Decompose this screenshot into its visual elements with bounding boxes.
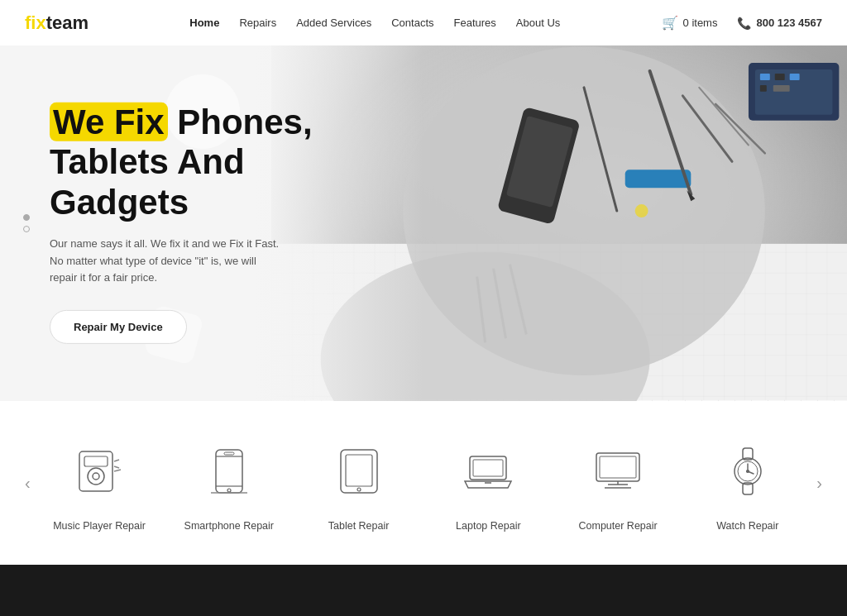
logo-fix: fix xyxy=(25,12,46,33)
music-player-icon-wrap xyxy=(62,434,136,509)
watch-icon-wrap xyxy=(711,434,785,509)
hero-description: Our name says it all. We fix it and we F… xyxy=(50,236,281,287)
hero-section: We Fix Phones, Tablets And Gadgets Our n… xyxy=(0,45,847,401)
svg-point-26 xyxy=(93,473,99,480)
svg-rect-19 xyxy=(789,74,799,80)
service-item-music-player[interactable]: Music Player Repair xyxy=(45,434,153,532)
services-section: ‹ Music Player Repair xyxy=(0,401,847,565)
header-right: 🛒 0 items 📞 800 123 4567 xyxy=(662,15,822,31)
service-item-smartphone[interactable]: Smartphone Repair xyxy=(175,434,283,532)
svg-point-25 xyxy=(88,468,104,485)
svg-point-3 xyxy=(403,46,765,375)
computer-icon xyxy=(591,445,644,498)
watch-icon xyxy=(721,445,774,498)
tablet-icon xyxy=(333,445,385,498)
svg-rect-18 xyxy=(774,74,784,80)
service-item-watch[interactable]: Watch Repair xyxy=(694,434,802,532)
hero-title: We Fix Phones, Tablets And Gadgets xyxy=(50,103,313,222)
laptop-icon xyxy=(462,445,514,498)
svg-rect-7 xyxy=(624,170,691,188)
phone-icon: 📞 xyxy=(737,17,751,30)
svg-rect-35 xyxy=(224,452,234,455)
hero-title-line2: Tablets And xyxy=(50,142,245,181)
nav-contacts[interactable]: Contacts xyxy=(391,17,433,29)
svg-rect-38 xyxy=(346,455,372,486)
svg-rect-17 xyxy=(760,74,770,80)
slide-indicator xyxy=(23,214,30,232)
hero-content: We Fix Phones, Tablets And Gadgets Our n… xyxy=(50,103,313,344)
nav-added-services[interactable]: Added Services xyxy=(296,17,371,29)
nav-home[interactable]: Home xyxy=(189,17,219,29)
svg-rect-43 xyxy=(596,453,639,481)
smartphone-label: Smartphone Repair xyxy=(184,520,274,532)
logo-team: team xyxy=(46,12,89,33)
laptop-label: Laptop Repair xyxy=(456,520,521,532)
service-item-laptop[interactable]: Laptop Repair xyxy=(434,434,542,532)
svg-point-34 xyxy=(227,489,231,492)
phone-number: 800 123 4567 xyxy=(756,17,822,29)
slide-dot-2[interactable] xyxy=(23,226,30,232)
svg-line-30 xyxy=(114,470,121,471)
smartphone-icon xyxy=(203,445,256,498)
main-nav: Home Repairs Added Services Contacts Fea… xyxy=(189,17,560,29)
svg-point-54 xyxy=(746,470,749,473)
service-item-tablet[interactable]: Tablet Repair xyxy=(305,434,413,532)
music-player-icon xyxy=(73,445,126,498)
hero-title-rest: Phones, xyxy=(168,103,313,141)
svg-rect-21 xyxy=(773,85,789,92)
services-list: Music Player Repair Smartphone Repair xyxy=(39,434,809,532)
services-carousel: ‹ Music Player Repair xyxy=(17,434,830,532)
slide-dot-1[interactable] xyxy=(23,214,30,221)
tablet-label: Tablet Repair xyxy=(328,520,390,532)
nav-repairs[interactable]: Repairs xyxy=(239,17,276,29)
dark-section: We Can Fix It Almost xyxy=(0,565,847,616)
laptop-icon-wrap xyxy=(451,434,525,509)
smartphone-icon-wrap xyxy=(192,434,266,509)
logo[interactable]: fixteam xyxy=(25,12,89,34)
computer-icon-wrap xyxy=(581,434,655,509)
svg-rect-44 xyxy=(600,456,636,478)
svg-point-22 xyxy=(634,204,648,217)
watch-label: Watch Repair xyxy=(716,520,778,532)
svg-rect-20 xyxy=(760,85,767,92)
hero-cta-button[interactable]: Repair My Device xyxy=(50,310,187,344)
cart-icon: 🛒 xyxy=(662,15,678,31)
svg-rect-41 xyxy=(473,460,503,476)
hero-title-highlight: We Fix xyxy=(50,103,168,141)
hero-title-line3: Gadgets xyxy=(50,182,189,221)
carousel-prev-button[interactable]: ‹ xyxy=(17,474,39,493)
computer-label: Computer Repair xyxy=(579,520,658,532)
service-item-computer[interactable]: Computer Repair xyxy=(564,434,672,532)
svg-line-28 xyxy=(114,460,119,461)
carousel-next-button[interactable]: › xyxy=(808,474,830,493)
music-player-label: Music Player Repair xyxy=(53,520,146,532)
svg-rect-27 xyxy=(84,456,108,466)
cart-button[interactable]: 🛒 0 items xyxy=(662,15,718,31)
cart-label: 0 items xyxy=(683,17,718,29)
svg-line-29 xyxy=(114,466,119,468)
header: fixteam Home Repairs Added Services Cont… xyxy=(0,0,847,45)
nav-about-us[interactable]: About Us xyxy=(516,17,560,29)
nav-features[interactable]: Features xyxy=(454,17,496,29)
phone-display: 📞 800 123 4567 xyxy=(737,17,822,30)
dark-section-title: We Can Fix It Almost xyxy=(50,610,344,616)
tablet-icon-wrap xyxy=(322,434,396,509)
svg-point-39 xyxy=(357,488,361,491)
